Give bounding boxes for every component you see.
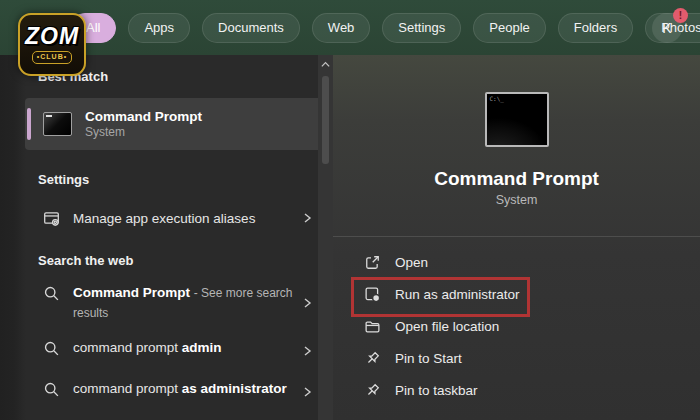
tab-people[interactable]: People <box>473 13 545 43</box>
web-result-as-administrator[interactable]: command prompt as administrator <box>43 379 323 405</box>
search-icon <box>43 340 60 357</box>
user-avatar[interactable]: K ! <box>652 13 682 43</box>
pin-icon <box>364 382 381 399</box>
action-open[interactable]: Open <box>364 246 428 278</box>
action-label: Open file location <box>395 319 499 334</box>
web-result-admin[interactable]: command prompt admin <box>43 338 323 364</box>
logo-title: ZOM <box>25 25 79 48</box>
query-text: command prompt <box>73 381 182 396</box>
folder-icon <box>364 318 381 335</box>
divider <box>333 236 700 237</box>
results-panel: Best match Command Prompt System Setting… <box>0 55 333 420</box>
action-label: Pin to Start <box>395 351 462 366</box>
command-prompt-icon <box>43 112 72 136</box>
tab-documents[interactable]: Documents <box>202 13 300 43</box>
action-pin-to-start[interactable]: Pin to Start <box>364 342 462 374</box>
result-label: Manage app execution aliases <box>73 210 255 227</box>
chevron-right-icon <box>301 386 313 398</box>
search-filter-bar: All Apps Documents Web Settings People F… <box>0 0 700 55</box>
command-prompt-icon-large: C:\_ <box>485 92 549 147</box>
scroll-up-icon[interactable] <box>320 59 331 70</box>
action-pin-to-taskbar[interactable]: Pin to taskbar <box>364 374 478 406</box>
search-icon <box>43 381 60 398</box>
best-match-subtitle: System <box>85 125 202 140</box>
chevron-right-icon <box>301 297 313 309</box>
open-icon <box>364 254 381 271</box>
web-result-see-more[interactable]: Command Prompt - See more search results <box>43 283 323 323</box>
action-label: Open <box>395 255 428 270</box>
chevron-right-icon <box>301 212 313 224</box>
tab-web[interactable]: Web <box>312 13 371 43</box>
scrollbar-thumb[interactable] <box>322 76 329 164</box>
scrollbar[interactable] <box>318 55 333 420</box>
terminal-prompt-glyph: C:\_ <box>490 96 504 102</box>
notification-badge: ! <box>673 8 688 23</box>
settings-heading: Settings <box>38 172 333 187</box>
chevron-right-icon <box>301 345 313 357</box>
run-as-admin-icon <box>364 286 381 303</box>
app-title: Command Prompt <box>434 168 599 190</box>
app-subtitle: System <box>496 193 538 207</box>
search-icon <box>43 285 60 302</box>
suggestion-text: as administrator <box>182 381 287 396</box>
result-manage-app-execution-aliases[interactable]: Manage app execution aliases <box>43 203 323 233</box>
tab-folders[interactable]: Folders <box>558 13 633 43</box>
selection-accent-bar <box>27 108 31 140</box>
search-results-flyout: Best match Command Prompt System Setting… <box>0 55 700 420</box>
action-label: Pin to taskbar <box>395 383 478 398</box>
best-match-title: Command Prompt <box>85 108 202 125</box>
filter-tabs: All Apps Documents Web Settings People F… <box>70 13 700 43</box>
action-list: Open Run as administrator <box>333 246 700 406</box>
logo-subtitle: •CLUB• <box>32 51 72 63</box>
tab-apps[interactable]: Apps <box>128 13 190 43</box>
best-match-item[interactable]: Command Prompt System <box>25 98 330 150</box>
tab-settings[interactable]: Settings <box>382 13 461 43</box>
action-label: Run as administrator <box>395 287 520 302</box>
app-aliases-icon <box>43 210 60 227</box>
query-text: Command Prompt <box>73 285 190 300</box>
pin-icon <box>364 350 381 367</box>
detail-panel: C:\_ Command Prompt System Open <box>333 55 700 420</box>
query-text: command prompt <box>73 340 182 355</box>
action-open-file-location[interactable]: Open file location <box>364 310 499 342</box>
suggestion-text: admin <box>182 340 222 355</box>
search-the-web-heading: Search the web <box>38 253 333 268</box>
action-run-as-administrator[interactable]: Run as administrator <box>364 278 520 310</box>
zom-club-logo: ZOM •CLUB• <box>18 13 86 76</box>
